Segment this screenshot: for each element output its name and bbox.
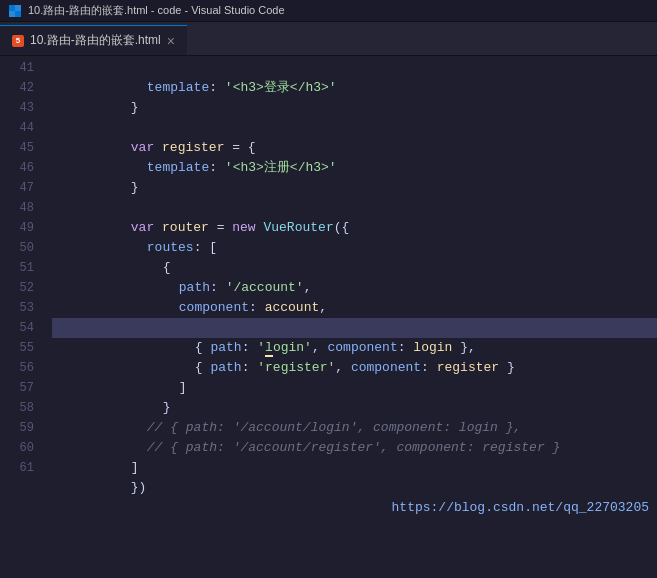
line-num-49: 49 — [0, 218, 34, 238]
svg-rect-2 — [9, 11, 15, 17]
line-num-48: 48 — [0, 198, 34, 218]
code-line-44: var register = { — [52, 118, 657, 138]
line-numbers: 41 42 43 44 45 46 47 48 49 50 51 52 53 5… — [0, 56, 44, 578]
code-line-58: // { path: '/account/login', component: … — [52, 398, 657, 418]
svg-rect-0 — [9, 5, 15, 11]
line-num-55: 55 — [0, 338, 34, 358]
code-line-59: // { path: '/account/register', componen… — [52, 418, 657, 438]
line-num-44: 44 — [0, 118, 34, 138]
line-num-61: 61 — [0, 458, 34, 478]
code-line-48: var router = new VueRouter({ — [52, 198, 657, 218]
html-file-icon: 5 — [12, 35, 24, 47]
app-icon — [8, 4, 22, 18]
line-num-43: 43 — [0, 98, 34, 118]
code-line-45: template: '<h3>注册</h3>' — [52, 138, 657, 158]
line-num-41: 41 — [0, 58, 34, 78]
code-line-49: routes: [ — [52, 218, 657, 238]
code-line-61: }) https://blog.csdn.net/qq_22703205 — [52, 458, 657, 478]
active-tab[interactable]: 5 10.路由-路由的嵌套.html × — [0, 25, 187, 55]
line-num-53: 53 — [0, 298, 34, 318]
line-num-60: 60 — [0, 438, 34, 458]
code-line-51: path: '/account', — [52, 258, 657, 278]
url-label: https://blog.csdn.net/qq_22703205 — [392, 498, 657, 518]
tabbar: 5 10.路由-路由的嵌套.html × — [0, 22, 657, 56]
code-line-52: component: account, — [52, 278, 657, 298]
line-num-51: 51 — [0, 258, 34, 278]
code-line-41: template: '<h3>登录</h3>' — [52, 58, 657, 78]
code-line-42: } — [52, 78, 657, 98]
line-num-59: 59 — [0, 418, 34, 438]
tab-label: 10.路由-路由的嵌套.html — [30, 32, 161, 49]
titlebar: 10.路由-路由的嵌套.html - code - Visual Studio … — [0, 0, 657, 22]
code-line-43 — [52, 98, 657, 118]
line-num-47: 47 — [0, 178, 34, 198]
code-line-53: children: [ — [52, 298, 657, 318]
line-num-45: 45 — [0, 138, 34, 158]
code-area[interactable]: template: '<h3>登录</h3>' } var register =… — [44, 56, 657, 578]
code-line-57: } — [52, 378, 657, 398]
line-num-54: 54 — [0, 318, 34, 338]
code-line-54: { path: 'login', component: login }, — [52, 318, 657, 338]
svg-rect-3 — [15, 11, 21, 17]
line-num-52: 52 — [0, 278, 34, 298]
code-line-46: } — [52, 158, 657, 178]
svg-rect-1 — [15, 5, 21, 11]
code-line-50: { — [52, 238, 657, 258]
code-line-55: { path: 'register', component: register … — [52, 338, 657, 358]
tab-close-button[interactable]: × — [167, 34, 175, 48]
line-num-42: 42 — [0, 78, 34, 98]
editor: 41 42 43 44 45 46 47 48 49 50 51 52 53 5… — [0, 56, 657, 578]
window-title: 10.路由-路由的嵌套.html - code - Visual Studio … — [28, 3, 285, 18]
line-num-58: 58 — [0, 398, 34, 418]
code-line-47 — [52, 178, 657, 198]
code-line-56: ] — [52, 358, 657, 378]
line-num-46: 46 — [0, 158, 34, 178]
code-line-60: ] — [52, 438, 657, 458]
line-num-57: 57 — [0, 378, 34, 398]
line-num-50: 50 — [0, 238, 34, 258]
line-num-56: 56 — [0, 358, 34, 378]
